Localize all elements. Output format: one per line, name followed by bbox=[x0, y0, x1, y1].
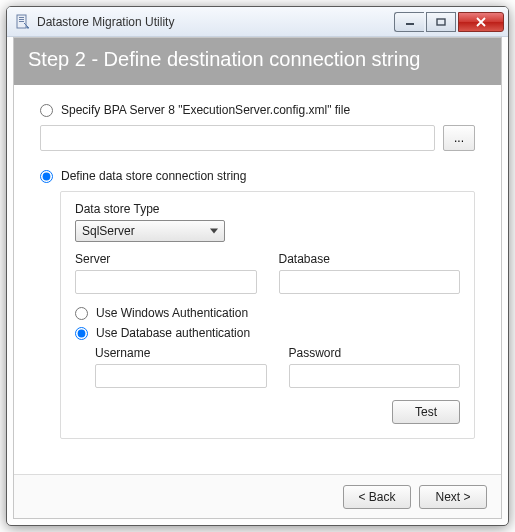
app-icon bbox=[15, 14, 31, 30]
datastore-type-select[interactable]: SqlServer bbox=[75, 220, 225, 242]
server-label: Server bbox=[75, 252, 257, 266]
database-input[interactable] bbox=[279, 270, 461, 294]
chevron-down-icon bbox=[210, 229, 218, 234]
option-specify-config[interactable]: Specify BPA Server 8 "ExecutionServer.co… bbox=[40, 103, 475, 117]
test-button[interactable]: Test bbox=[392, 400, 460, 424]
browse-button[interactable]: ... bbox=[443, 125, 475, 151]
config-path-input[interactable] bbox=[40, 125, 435, 151]
svg-rect-2 bbox=[19, 19, 24, 20]
database-auth-label: Use Database authentication bbox=[96, 326, 250, 340]
windows-auth-label: Use Windows Authentication bbox=[96, 306, 248, 320]
password-input[interactable] bbox=[289, 364, 461, 388]
server-input[interactable] bbox=[75, 270, 257, 294]
window-frame: Datastore Migration Utility Step 2 - Def… bbox=[6, 6, 509, 526]
option-windows-auth[interactable]: Use Windows Authentication bbox=[75, 306, 460, 320]
step-header: Step 2 - Define destination connection s… bbox=[14, 38, 501, 85]
option-define-connection-label: Define data store connection string bbox=[61, 169, 246, 183]
close-button[interactable] bbox=[458, 12, 504, 32]
wizard-footer: < Back Next > bbox=[14, 474, 501, 518]
maximize-button[interactable] bbox=[426, 12, 456, 32]
svg-rect-1 bbox=[19, 17, 24, 18]
username-input[interactable] bbox=[95, 364, 267, 388]
minimize-button[interactable] bbox=[394, 12, 424, 32]
option-define-connection[interactable]: Define data store connection string bbox=[40, 169, 475, 183]
svg-rect-4 bbox=[406, 23, 414, 25]
database-label: Database bbox=[279, 252, 461, 266]
window-title: Datastore Migration Utility bbox=[37, 15, 392, 29]
option-database-auth[interactable]: Use Database authentication bbox=[75, 326, 460, 340]
back-button[interactable]: < Back bbox=[343, 485, 411, 509]
svg-rect-5 bbox=[437, 19, 445, 25]
username-label: Username bbox=[95, 346, 267, 360]
client-area: Step 2 - Define destination connection s… bbox=[13, 37, 502, 519]
datastore-type-value: SqlServer bbox=[82, 224, 135, 238]
radio-specify-config[interactable] bbox=[40, 104, 53, 117]
datastore-type-label: Data store Type bbox=[75, 202, 460, 216]
svg-rect-3 bbox=[19, 21, 24, 22]
next-button[interactable]: Next > bbox=[419, 485, 487, 509]
content-area: Specify BPA Server 8 "ExecutionServer.co… bbox=[14, 85, 501, 447]
radio-database-auth[interactable] bbox=[75, 327, 88, 340]
password-label: Password bbox=[289, 346, 461, 360]
titlebar[interactable]: Datastore Migration Utility bbox=[7, 7, 508, 37]
radio-define-connection[interactable] bbox=[40, 170, 53, 183]
connection-group: Data store Type SqlServer Server Databas… bbox=[60, 191, 475, 439]
option-specify-config-label: Specify BPA Server 8 "ExecutionServer.co… bbox=[61, 103, 350, 117]
radio-windows-auth[interactable] bbox=[75, 307, 88, 320]
